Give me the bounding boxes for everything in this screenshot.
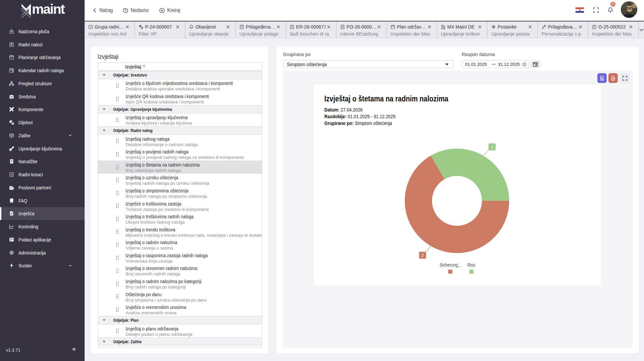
svg-text:PDF: PDF xyxy=(612,78,615,79)
svg-text:1: 1 xyxy=(491,144,493,149)
svg-text:2: 2 xyxy=(421,253,424,258)
